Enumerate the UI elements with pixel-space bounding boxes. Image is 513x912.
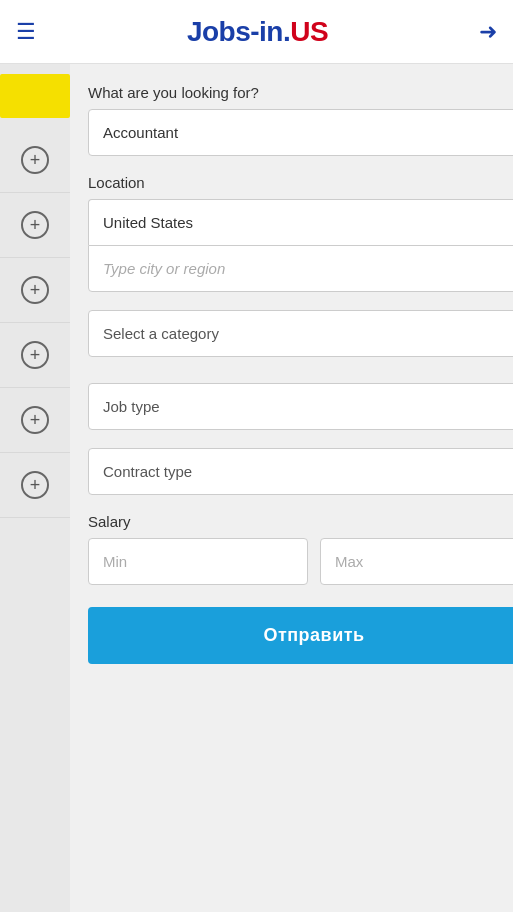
main-content: What are you looking for? Location Selec… [70, 64, 513, 912]
category-select[interactable]: Select a category IT / Software Finance … [88, 310, 513, 357]
logo-jobs-in: Jobs-in [187, 16, 283, 47]
plus-icon-5: + [21, 406, 49, 434]
navigation-arrow-icon[interactable]: ➜ [479, 19, 497, 45]
sidebar-item-4[interactable]: + [0, 323, 70, 388]
location-group: Location [88, 174, 513, 292]
logo-us: US [290, 16, 328, 47]
plus-icon-4: + [21, 341, 49, 369]
category-group: Select a category IT / Software Finance … [88, 310, 513, 357]
country-input[interactable] [88, 199, 513, 245]
sidebar-item-5[interactable]: + [0, 388, 70, 453]
sidebar-item-6[interactable]: + [0, 453, 70, 518]
sidebar-item-3[interactable]: + [0, 258, 70, 323]
salary-group: Salary [88, 513, 513, 585]
plus-icon-2: + [21, 211, 49, 239]
sidebar-item-2[interactable]: + [0, 193, 70, 258]
job-type-group: Job type Full-time Part-time Remote Inte… [88, 383, 513, 430]
plus-icon-1: + [21, 146, 49, 174]
city-input[interactable] [88, 245, 513, 292]
menu-icon[interactable]: ☰ [16, 19, 36, 45]
sidebar-yellow-block [0, 74, 70, 118]
search-input[interactable] [88, 109, 513, 156]
logo: Jobs-in.US [187, 16, 328, 48]
plus-icon-3: + [21, 276, 49, 304]
salary-min-input[interactable] [88, 538, 308, 585]
contract-type-group: Contract type Permanent Temporary Freela… [88, 448, 513, 495]
search-group: What are you looking for? [88, 84, 513, 156]
submit-button[interactable]: Отправить [88, 607, 513, 664]
contract-type-select[interactable]: Contract type Permanent Temporary Freela… [88, 448, 513, 495]
salary-label: Salary [88, 513, 513, 530]
job-type-select[interactable]: Job type Full-time Part-time Remote Inte… [88, 383, 513, 430]
search-label: What are you looking for? [88, 84, 513, 101]
location-label: Location [88, 174, 513, 191]
salary-max-input[interactable] [320, 538, 513, 585]
salary-inputs-container [88, 538, 513, 585]
plus-icon-6: + [21, 471, 49, 499]
sidebar-item-1[interactable]: + [0, 128, 70, 193]
page-layout: + + + + + + What are you looking for? Lo… [0, 64, 513, 912]
header: ☰ Jobs-in.US ➜ [0, 0, 513, 64]
sidebar: + + + + + + [0, 64, 70, 912]
